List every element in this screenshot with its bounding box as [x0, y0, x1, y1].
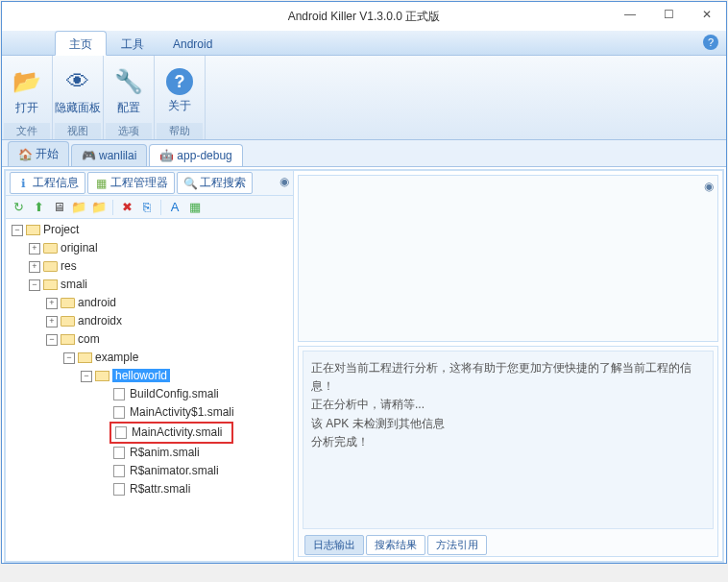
node-label: res: [61, 259, 77, 273]
output-tab-日志输出[interactable]: 日志输出: [304, 535, 364, 555]
tab-label: app-debug: [177, 149, 231, 162]
tree-node-original[interactable]: +original: [8, 239, 291, 257]
node-label: smali: [61, 278, 87, 291]
output-tab-搜索结果[interactable]: 搜索结果: [366, 535, 425, 555]
content-area: ◉ ℹ工程信息▦工程管理器🔍工程搜索 ↻⬆🖥📁📁✖⎘A▦ −Project+or…: [4, 169, 724, 563]
node-label: MainActivity.smali: [132, 424, 222, 442]
tree-node-res[interactable]: +res: [8, 257, 291, 276]
doc-tab-wanlilai[interactable]: 🎮wanlilai: [71, 144, 147, 166]
visibility-icon[interactable]: ◉: [704, 180, 714, 193]
titlebar: Android Killer V1.3.0.0 正式版 — ☐ ✕: [2, 2, 726, 31]
ribbon-icon: 👁: [62, 66, 93, 97]
menu-tab-主页[interactable]: 主页: [55, 31, 107, 56]
output-tab-方法引用[interactable]: 方法引用: [427, 535, 487, 555]
node-label: original: [61, 241, 98, 255]
document-tab-strip: 🏠开始🎮wanlilai🤖app-debug: [2, 140, 726, 167]
expand-icon[interactable]: −: [29, 279, 40, 291]
file-icon: [111, 483, 127, 497]
expand-icon[interactable]: −: [46, 334, 58, 346]
node-label: R$anim.smali: [130, 446, 200, 459]
tree-node-helloworld[interactable]: −helloworld: [8, 367, 291, 385]
app-window: Android Killer V1.3.0.0 正式版 — ☐ ✕ 主页工具An…: [1, 1, 727, 564]
log-line: 该 APK 未检测到其他信息: [311, 415, 705, 433]
tree-node-com[interactable]: −com: [8, 330, 291, 349]
tree-node-R$animator.smali[interactable]: R$animator.smali: [8, 462, 291, 480]
help-icon[interactable]: ?: [703, 35, 718, 50]
panel-tab-工程信息[interactable]: ℹ工程信息: [10, 172, 85, 194]
toolbar-button[interactable]: A: [166, 199, 183, 216]
node-label: helloworld: [112, 369, 170, 382]
output-tabs: 日志输出搜索结果方法引用: [299, 533, 717, 556]
tree-node-MainActivity.smali[interactable]: MainActivity.smali: [8, 422, 291, 444]
tree-node-R$anim.smali[interactable]: R$anim.smali: [8, 444, 291, 462]
expand-icon[interactable]: −: [12, 225, 23, 236]
tab-icon: 🎮: [82, 149, 95, 162]
right-pane: ◉ 正在对当前工程进行分析，这将有助于您更加方便快捷的了解当前工程的信息！正在分…: [294, 171, 722, 561]
tree-node-Project[interactable]: −Project: [8, 221, 291, 239]
toolbar-button[interactable]: 📁: [90, 199, 108, 216]
folder-open-icon: [25, 224, 40, 237]
panel-tab-icon: 🔍: [183, 177, 197, 190]
ribbon-group-label: 文件: [4, 123, 50, 139]
ribbon-label: 配置: [117, 100, 140, 116]
expand-icon[interactable]: −: [63, 352, 75, 364]
menu-tab-工具[interactable]: 工具: [107, 31, 158, 55]
project-tree[interactable]: −Project+original+res−smali+android+andr…: [6, 219, 293, 561]
doc-tab-app-debug[interactable]: 🤖app-debug: [149, 144, 242, 166]
ribbon-label: 隐藏面板: [55, 100, 101, 116]
window-title: Android Killer V1.3.0.0 正式版: [288, 9, 441, 25]
tree-node-example[interactable]: −example: [8, 349, 291, 367]
expand-icon[interactable]: +: [46, 298, 58, 309]
ribbon-button-关于[interactable]: ?关于: [157, 60, 203, 123]
folder-icon: [60, 315, 75, 328]
panel-tab-工程管理器[interactable]: ▦工程管理器: [87, 172, 175, 194]
expand-icon[interactable]: +: [29, 261, 40, 273]
tree-node-android[interactable]: +android: [8, 294, 291, 312]
ribbon-button-打开[interactable]: 📂打开: [4, 60, 50, 123]
panel-tab-icon: ▦: [94, 177, 108, 190]
ribbon-button-隐藏面板[interactable]: 👁隐藏面板: [55, 60, 101, 123]
doc-tab-开始[interactable]: 🏠开始: [8, 141, 69, 166]
toolbar-button[interactable]: ↻: [10, 199, 27, 216]
tree-node-androidx[interactable]: +androidx: [8, 312, 291, 330]
tab-label: 开始: [36, 146, 59, 162]
file-icon: [111, 447, 127, 460]
file-icon: [111, 388, 127, 401]
node-label: androidx: [78, 314, 122, 327]
folder-open-icon: [94, 370, 109, 383]
maximize-button[interactable]: ☐: [649, 2, 688, 26]
toolbar-button[interactable]: ⎘: [138, 199, 156, 216]
toolbar-button[interactable]: ⬆: [30, 199, 47, 216]
tree-node-smali[interactable]: −smali: [8, 276, 291, 294]
ribbon-label: 打开: [15, 100, 38, 116]
log-output: 正在对当前工程进行分析，这将有助于您更加方便快捷的了解当前工程的信息！正在分析中…: [303, 351, 714, 529]
visibility-icon[interactable]: ◉: [279, 175, 289, 188]
tree-toolbar: ↻⬆🖥📁📁✖⎘A▦: [6, 196, 293, 219]
left-pane: ◉ ℹ工程信息▦工程管理器🔍工程搜索 ↻⬆🖥📁📁✖⎘A▦ −Project+or…: [6, 171, 294, 561]
toolbar-button[interactable]: 🖥: [50, 199, 67, 216]
toolbar-button[interactable]: ✖: [118, 199, 135, 216]
log-line: 正在分析中，请稍等...: [311, 396, 705, 414]
tree-node-MainActivity$1.smali[interactable]: MainActivity$1.smali: [8, 403, 291, 422]
minimize-button[interactable]: —: [611, 2, 649, 26]
node-label: MainActivity$1.smali: [130, 405, 234, 419]
close-button[interactable]: ✕: [688, 2, 726, 26]
expand-icon[interactable]: +: [46, 316, 58, 327]
ribbon-group: ?关于帮助: [155, 56, 206, 139]
ribbon: 📂打开文件👁隐藏面板视图🔧配置选项?关于帮助: [2, 56, 726, 140]
tree-node-BuildConfig.smali[interactable]: BuildConfig.smali: [8, 385, 291, 403]
expand-icon[interactable]: −: [81, 371, 92, 382]
toolbar-button[interactable]: ▦: [186, 199, 204, 216]
ribbon-button-配置[interactable]: 🔧配置: [106, 60, 152, 123]
menu-tab-Android[interactable]: Android: [158, 31, 227, 55]
ribbon-group-label: 帮助: [157, 123, 203, 139]
file-icon: [111, 465, 127, 478]
node-label: R$animator.smali: [130, 464, 219, 477]
node-label: android: [78, 296, 116, 309]
tree-node-R$attr.smali[interactable]: R$attr.smali: [8, 480, 291, 498]
log-line: 分析完成！: [311, 433, 705, 451]
file-icon: [113, 426, 129, 440]
expand-icon[interactable]: +: [29, 243, 40, 255]
toolbar-button[interactable]: 📁: [70, 199, 87, 216]
panel-tab-工程搜索[interactable]: 🔍工程搜索: [177, 172, 253, 194]
